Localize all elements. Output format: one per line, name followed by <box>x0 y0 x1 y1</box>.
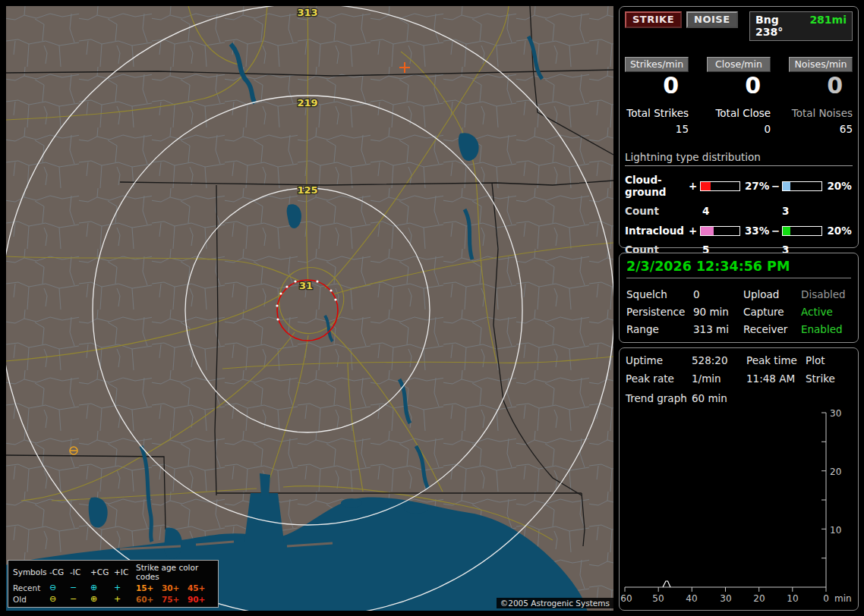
x-tick-30: 30 <box>720 593 731 604</box>
total-strikes-label: Total Strikes <box>625 107 689 119</box>
strikes-per-min-chip[interactable]: Strikes/min <box>625 57 689 72</box>
trend-chart: 30 20 10 60 50 40 30 20 10 0 min <box>620 348 859 610</box>
peak-time-label: Peak time <box>746 354 806 366</box>
rate-column-close: Close/min 0 Total Close 0 <box>707 57 771 135</box>
receiver-label: Receiver <box>743 323 801 335</box>
noises-per-min-chip[interactable]: Noises/min <box>789 57 853 72</box>
intracloud-row: Intracloud + 33% − 20% <box>625 225 853 237</box>
x-axis-unit: min <box>834 593 852 604</box>
x-tick-10: 10 <box>787 593 798 604</box>
y-tick-10: 10 <box>830 525 841 536</box>
cg-positive-count: 4 <box>702 205 782 217</box>
ic-positive-bar-fill <box>701 227 714 235</box>
distribution-header: Lightning type distribution <box>625 151 853 166</box>
trend-graph-label: Trend graph <box>626 392 692 404</box>
copyright-text: ©2005 Astrogenic Systems <box>497 598 613 608</box>
map-canvas[interactable]: 313 219 125 31 <box>6 6 613 611</box>
close-per-min-value: 0 <box>707 74 771 97</box>
bearing-label: Bng 238° <box>755 14 809 38</box>
count-label: Count <box>625 205 702 217</box>
x-tick-0: 0 <box>823 593 829 604</box>
strikes-per-min-value: 0 <box>625 74 689 97</box>
age-code-75: 75+ <box>162 595 188 604</box>
legend-row-recent-label: Recent <box>13 583 49 592</box>
age-code-60: 60+ <box>136 595 162 604</box>
recent-neg-ic-icon: − <box>70 583 90 592</box>
cg-negative-count: 3 <box>782 205 789 217</box>
close-per-min-chip[interactable]: Close/min <box>707 57 771 72</box>
ring-label-31: 31 <box>299 280 313 291</box>
total-noises-value: 65 <box>789 123 853 135</box>
strike-stats-panel: STRIKE NOISE Bng 238° 281mi Strikes/min … <box>619 6 859 248</box>
plot-mode-value: Strike <box>806 372 852 385</box>
legend-header-neg-cg: -CG <box>49 567 70 577</box>
age-code-90: 90+ <box>188 595 213 604</box>
total-close-label: Total Close <box>707 107 771 119</box>
cg-negative-bar <box>782 181 822 191</box>
ic-negative-bar <box>782 226 822 236</box>
cg-positive-pct: 27% <box>745 180 771 192</box>
legend-header-neg-ic: -IC <box>70 567 90 577</box>
rate-column-noises: Noises/min 0 Total Noises 65 <box>789 57 853 135</box>
upload-status: Disabled <box>801 288 851 300</box>
cloud-ground-row: Cloud-ground + 27% − 20% <box>625 174 853 198</box>
strike-mode-button[interactable]: STRIKE <box>625 11 682 28</box>
ic-positive-bar <box>700 226 740 236</box>
capture-label: Capture <box>743 306 801 318</box>
range-value: 313 mi <box>693 323 743 335</box>
squelch-label: Squelch <box>626 288 693 300</box>
x-tick-60: 60 <box>620 593 632 604</box>
minus-sign: − <box>770 180 780 192</box>
persistence-label: Persistence <box>626 306 693 318</box>
upload-label: Upload <box>743 288 801 300</box>
total-noises-label: Total Noises <box>789 107 853 119</box>
range-label: Range <box>626 323 693 335</box>
old-neg-ic-icon: − <box>70 594 90 604</box>
age-code-45: 45+ <box>188 583 213 592</box>
status-panel: 2/3/2026 12:34:56 PM Squelch 0 Upload Di… <box>619 253 859 343</box>
old-neg-cg-icon: ⊖ <box>49 594 70 604</box>
ring-label-219: 219 <box>297 97 317 108</box>
uptime-value: 528:20 <box>692 354 746 366</box>
y-tick-30: 30 <box>830 408 841 419</box>
cg-positive-bar <box>700 181 740 191</box>
rate-column-strikes: Strikes/min 0 Total Strikes 15 <box>625 57 689 135</box>
x-tick-40: 40 <box>686 593 697 604</box>
peak-rate-value: 1/min <box>692 372 746 385</box>
map-area[interactable]: 313 219 125 31 Symbols -CG -IC +CG +IC S… <box>6 6 613 611</box>
plot-label: Plot <box>806 354 852 366</box>
cg-positive-bar-fill <box>701 182 711 190</box>
ring-label-313: 313 <box>297 7 317 18</box>
ic-negative-bar-fill <box>783 227 790 235</box>
capture-status: Active <box>801 306 851 318</box>
intracloud-label: Intracloud <box>625 225 688 237</box>
total-strikes-value: 15 <box>625 123 689 135</box>
noise-mode-button[interactable]: NOISE <box>686 11 738 28</box>
age-code-30: 30+ <box>162 583 188 592</box>
persistence-value: 90 min <box>693 306 743 318</box>
ic-positive-pct: 33% <box>745 225 771 237</box>
trend-spike <box>663 581 670 587</box>
trend-window-value: 60 min <box>692 392 852 404</box>
ring-label-125: 125 <box>297 184 317 196</box>
trend-panel: Uptime 528:20 Peak time Plot Peak rate 1… <box>619 347 859 611</box>
ic-negative-pct: 20% <box>827 225 853 237</box>
legend-header-age: Strike age color codes <box>136 563 213 581</box>
legend-header-symbols: Symbols <box>13 567 49 577</box>
bearing-readout: Bng 238° 281mi <box>749 11 853 41</box>
legend-row-old-label: Old <box>13 595 49 604</box>
peak-time-value: 11:48 AM <box>746 372 806 385</box>
datetime-display: 2/3/2026 12:34:56 PM <box>626 259 851 278</box>
age-code-15: 15+ <box>136 583 162 592</box>
legend-header-pos-cg: +CG <box>90 567 114 577</box>
cg-negative-pct: 20% <box>827 180 853 192</box>
recent-pos-ic-icon: + <box>114 583 136 592</box>
map-legend: Symbols -CG -IC +CG +IC Strike age color… <box>8 560 219 608</box>
total-close-value: 0 <box>707 123 771 135</box>
x-tick-20: 20 <box>753 593 765 604</box>
receiver-status: Enabled <box>801 323 851 335</box>
bearing-distance: 281mi <box>809 14 847 38</box>
y-tick-20: 20 <box>830 467 841 477</box>
peak-rate-label: Peak rate <box>626 372 692 385</box>
old-pos-ic-icon: + <box>114 594 136 604</box>
